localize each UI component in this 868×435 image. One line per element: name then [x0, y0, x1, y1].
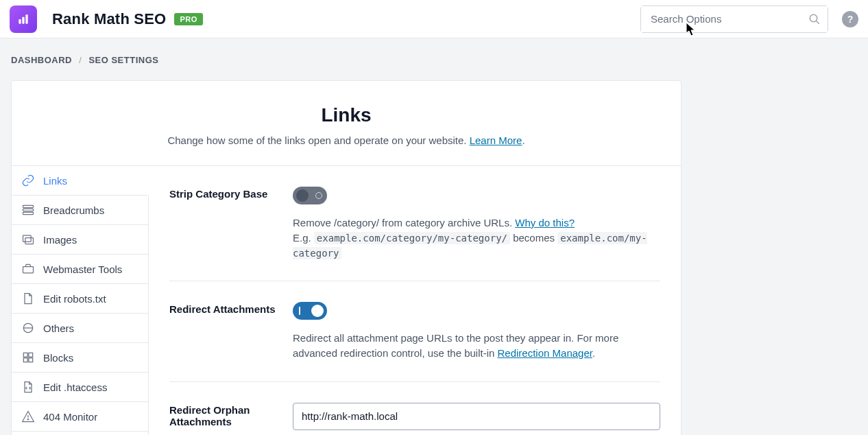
tab-label: Webmaster Tools [43, 263, 122, 275]
file-icon [21, 292, 35, 305]
search-box[interactable] [640, 5, 828, 33]
redirect-orphan-input[interactable] [293, 403, 660, 430]
tab-htaccess[interactable]: Edit .htaccess [12, 373, 148, 402]
blocks-icon [21, 351, 35, 364]
redirection-manager-link[interactable]: Redirection Manager [498, 347, 592, 359]
svg-rect-2 [25, 14, 27, 23]
tab-label: 404 Monitor [43, 411, 97, 423]
svg-rect-14 [29, 353, 33, 357]
tab-label: Blocks [43, 352, 73, 364]
panel-header: Links Change how some of the links open … [12, 81, 681, 166]
app-title: Rank Math SEO [52, 10, 166, 28]
topbar: Rank Math SEO PRO ? [0, 0, 868, 38]
tab-breadcrumbs[interactable]: Breadcrumbs [12, 196, 148, 225]
svg-point-3 [810, 14, 817, 22]
svg-point-18 [27, 419, 28, 420]
images-icon [21, 233, 35, 246]
file-code-icon [21, 380, 35, 394]
tab-others[interactable]: Others [12, 314, 148, 343]
svg-line-4 [816, 21, 819, 24]
setting-control: Remove /category/ from category archive … [293, 187, 660, 260]
circle-icon [21, 321, 35, 335]
tabs: Links Breadcrumbs Images Webmaster Tools… [12, 166, 149, 435]
setting-redirect-attachments: Redirect Attachments Redirect all attach… [169, 302, 660, 382]
setting-label: Redirect Attachments [169, 302, 293, 361]
svg-rect-6 [23, 209, 34, 211]
tab-webmaster-tools[interactable]: Webmaster Tools [12, 255, 148, 284]
tab-blocks[interactable]: Blocks [12, 343, 148, 373]
example-from: example.com/category/my-category/ [314, 232, 510, 244]
tab-label: Breadcrumbs [43, 204, 104, 216]
link-icon [21, 174, 35, 187]
toggle-strip-category[interactable] [293, 187, 327, 204]
settings-panel: Links Change how some of the links open … [11, 80, 682, 435]
learn-more-link[interactable]: Learn More [470, 134, 522, 146]
panel-body: Links Breadcrumbs Images Webmaster Tools… [12, 166, 681, 435]
svg-rect-10 [23, 267, 34, 273]
tab-label: Others [43, 322, 74, 334]
tab-404[interactable]: 404 Monitor [12, 402, 148, 432]
svg-rect-8 [23, 235, 32, 242]
breadcrumb-sep: / [79, 55, 82, 65]
svg-rect-7 [23, 212, 34, 214]
setting-description: Redirect all attachment page URLs to the… [293, 331, 660, 361]
pro-badge: PRO [174, 13, 202, 25]
search-icon [808, 13, 821, 25]
breadcrumb-current: SEO SETTINGS [88, 55, 158, 65]
why-do-this-link[interactable]: Why do this? [515, 217, 575, 228]
breadcrumb-dashboard[interactable]: DASHBOARD [11, 55, 72, 65]
svg-rect-1 [22, 16, 24, 23]
setting-redirect-orphan: Redirect Orphan Attachments Redirect att… [169, 403, 660, 435]
help-button[interactable]: ? [842, 11, 858, 27]
breadcrumbs-icon [21, 203, 35, 217]
tab-label: Images [43, 234, 77, 246]
toggle-redirect-attachments[interactable] [293, 302, 327, 320]
setting-control: Redirect all attachment page URLs to the… [293, 302, 660, 361]
search-input[interactable] [641, 6, 828, 32]
svg-rect-9 [25, 238, 34, 244]
svg-rect-15 [23, 358, 27, 362]
content: Strip Category Base Remove /category/ fr… [149, 166, 681, 435]
breadcrumb: DASHBOARD / SEO SETTINGS [0, 38, 868, 65]
setting-label: Redirect Orphan Attachments [169, 403, 293, 435]
tab-label: Links [43, 175, 67, 187]
setting-description: Remove /category/ from category archive … [293, 215, 660, 260]
setting-label: Strip Category Base [169, 187, 293, 260]
tab-images[interactable]: Images [12, 225, 148, 255]
tab-robots[interactable]: Edit robots.txt [12, 284, 148, 314]
svg-rect-16 [29, 358, 33, 362]
toolbox-icon [21, 262, 35, 276]
setting-strip-category: Strip Category Base Remove /category/ fr… [169, 187, 660, 281]
logo-icon [16, 12, 30, 26]
app-logo [10, 5, 37, 33]
tab-label: Edit .htaccess [43, 381, 107, 393]
svg-rect-0 [19, 19, 21, 24]
svg-rect-5 [23, 205, 34, 207]
warning-icon [21, 410, 35, 423]
setting-control: Redirect attachments without a parent po… [293, 403, 660, 435]
tab-label: Edit robots.txt [43, 293, 106, 305]
panel-title: Links [25, 104, 667, 126]
panel-subtitle: Change how some of the links open and op… [25, 134, 667, 146]
svg-rect-13 [23, 353, 27, 357]
tab-links[interactable]: Links [12, 166, 149, 196]
